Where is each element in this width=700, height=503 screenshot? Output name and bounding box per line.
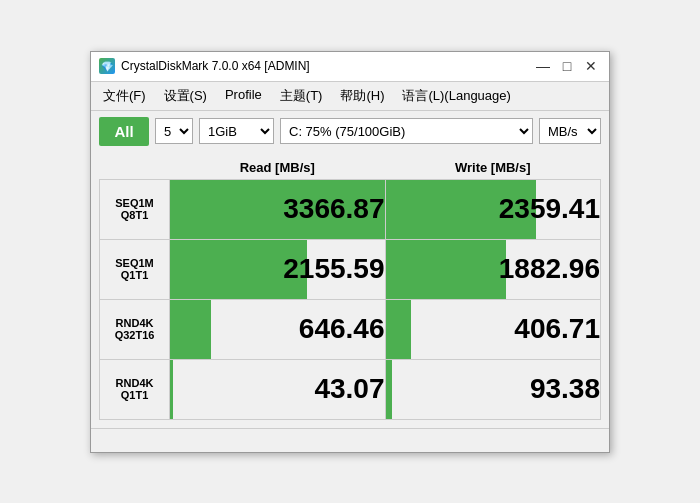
content-area: Read [MB/s] Write [MB/s] SEQ1M Q8T13366.… — [91, 152, 609, 428]
read-value: 3366.87 — [170, 179, 386, 239]
table-row: RND4K Q32T16646.46406.71 — [100, 299, 601, 359]
table-row: SEQ1M Q1T12155.591882.96 — [100, 239, 601, 299]
minimize-button[interactable]: — — [533, 56, 553, 76]
drive-select[interactable]: C: 75% (75/100GiB) — [280, 118, 533, 144]
status-bar — [91, 428, 609, 452]
menu-language[interactable]: 语言(L)(Language) — [394, 84, 518, 108]
row-label: SEQ1M Q1T1 — [100, 239, 170, 299]
benchmark-table: Read [MB/s] Write [MB/s] SEQ1M Q8T13366.… — [99, 156, 601, 420]
window-title: CrystalDiskMark 7.0.0 x64 [ADMIN] — [121, 59, 310, 73]
menu-file[interactable]: 文件(F) — [95, 84, 154, 108]
write-value: 93.38 — [385, 359, 601, 419]
menu-bar: 文件(F) 设置(S) Profile 主题(T) 帮助(H) 语言(L)(La… — [91, 82, 609, 111]
table-row: RND4K Q1T143.0793.38 — [100, 359, 601, 419]
menu-theme[interactable]: 主题(T) — [272, 84, 331, 108]
row-label: SEQ1M Q8T1 — [100, 179, 170, 239]
main-window: 💎 CrystalDiskMark 7.0.0 x64 [ADMIN] — □ … — [90, 51, 610, 453]
menu-settings[interactable]: 设置(S) — [156, 84, 215, 108]
col-write-header: Write [MB/s] — [385, 156, 601, 180]
write-value: 1882.96 — [385, 239, 601, 299]
count-select[interactable]: 5 1 3 9 — [155, 118, 193, 144]
row-label: RND4K Q1T1 — [100, 359, 170, 419]
write-value: 406.71 — [385, 299, 601, 359]
size-select[interactable]: 1GiB 512MiB 2GiB 4GiB — [199, 118, 274, 144]
toolbar: All 5 1 3 9 1GiB 512MiB 2GiB 4GiB C: 75%… — [91, 111, 609, 152]
menu-help[interactable]: 帮助(H) — [332, 84, 392, 108]
read-value: 2155.59 — [170, 239, 386, 299]
maximize-button[interactable]: □ — [557, 56, 577, 76]
table-row: SEQ1M Q8T13366.872359.41 — [100, 179, 601, 239]
unit-select[interactable]: MB/s GB/s IOPS — [539, 118, 601, 144]
read-value: 646.46 — [170, 299, 386, 359]
write-value: 2359.41 — [385, 179, 601, 239]
all-button[interactable]: All — [99, 117, 149, 146]
menu-profile[interactable]: Profile — [217, 84, 270, 108]
title-controls: — □ ✕ — [533, 56, 601, 76]
title-bar-left: 💎 CrystalDiskMark 7.0.0 x64 [ADMIN] — [99, 58, 310, 74]
title-bar: 💎 CrystalDiskMark 7.0.0 x64 [ADMIN] — □ … — [91, 52, 609, 82]
close-button[interactable]: ✕ — [581, 56, 601, 76]
read-value: 43.07 — [170, 359, 386, 419]
col-read-header: Read [MB/s] — [170, 156, 386, 180]
app-icon: 💎 — [99, 58, 115, 74]
row-label: RND4K Q32T16 — [100, 299, 170, 359]
col-label-header — [100, 156, 170, 180]
